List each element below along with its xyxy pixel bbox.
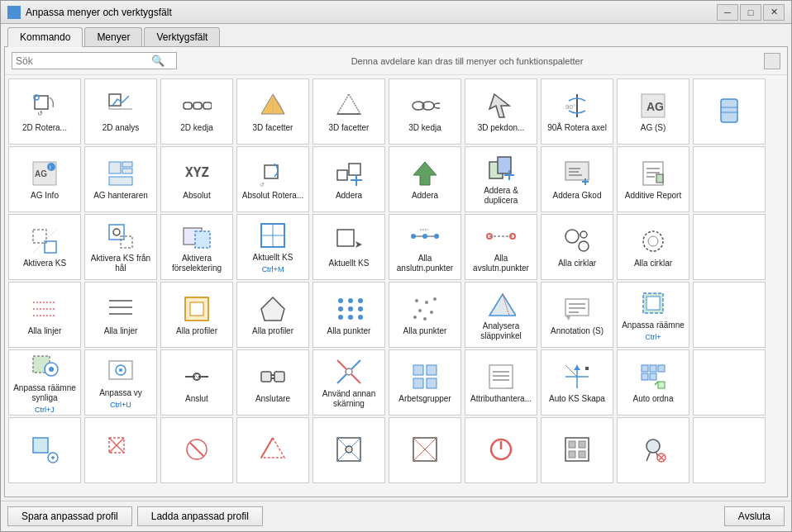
grid-item-37[interactable]: Annotation (S) <box>541 282 613 348</box>
grid-item-1[interactable]: 2D analys <box>84 78 157 145</box>
grid-item-34[interactable]: Alla punkter <box>313 282 385 348</box>
search-icon[interactable]: 🔍 <box>151 55 165 67</box>
svg-point-98 <box>348 298 353 303</box>
grid-item-10[interactable]: AGiAG Info <box>8 146 81 212</box>
grid-item-45[interactable]: Arbetsgrupper <box>389 349 461 416</box>
grid-item-54[interactable] <box>313 417 385 483</box>
svg-point-124 <box>49 367 54 372</box>
tab-menyer[interactable]: Menyer <box>84 27 142 46</box>
search-input[interactable] <box>16 55 148 67</box>
grid-item-44[interactable]: Använd annan skärning <box>313 349 385 416</box>
grid-item-5[interactable]: 3D kedja <box>389 78 461 145</box>
grid-item-35[interactable]: Alla punkter <box>389 282 461 348</box>
grid-item-51[interactable] <box>84 417 157 483</box>
search-wrap: 🔍 <box>12 52 177 69</box>
item-icon-14 <box>334 159 364 188</box>
grid-item-47[interactable]: Auto KS Skapa <box>541 349 613 416</box>
grid-item-2[interactable]: 2D kedja <box>160 78 233 145</box>
grid-item-52[interactable] <box>160 417 233 483</box>
item-icon-2 <box>182 91 212 121</box>
item-icon-43 <box>258 362 288 392</box>
grid-item-12[interactable]: XYZAbsolut <box>160 146 233 212</box>
close-dialog-button[interactable]: Avsluta <box>724 506 785 526</box>
grid-item-58[interactable] <box>617 417 689 483</box>
svg-point-184 <box>646 439 660 453</box>
item-label-26: Alla avslutn.punkter <box>469 254 533 273</box>
grid-item-32[interactable]: Alla profiler <box>160 282 233 348</box>
grid-item-8[interactable]: AGAG (S) <box>617 78 689 145</box>
grid-item-4[interactable]: 3D facetter <box>313 78 385 145</box>
grid-item-21[interactable]: Aktivera KS från hål <box>84 214 157 280</box>
grid-item-56[interactable] <box>465 417 537 483</box>
svg-point-76 <box>411 234 416 239</box>
grid-item-43[interactable]: Anslutare <box>236 349 309 416</box>
item-icon-26 <box>486 221 516 251</box>
grid-item-28[interactable]: Alla cirklar <box>617 214 689 280</box>
tab-verktygsfalt[interactable]: Verktygsfält <box>144 27 220 46</box>
drag-handle[interactable] <box>764 53 780 69</box>
grid-item-22[interactable]: Aktivera förselektering <box>160 214 233 280</box>
grid-item-20[interactable]: Aktivera KS <box>8 214 81 280</box>
tab-kommando[interactable]: Kommando <box>7 27 83 47</box>
grid-item-7[interactable]: 90°90Å Rotera axel <box>541 78 613 145</box>
grid-item-41[interactable]: Anpassa vyCtrl+U <box>84 349 157 416</box>
grid-item-42[interactable]: Anslut <box>160 349 233 416</box>
grid-item-26[interactable]: Alla avslutn.punkter <box>465 214 537 280</box>
grid-item-14[interactable]: Addera <box>313 146 385 212</box>
grid-item-6[interactable]: 3D pekdon... <box>465 78 537 145</box>
grid-item-40[interactable]: Anpassa räämne synligaCtrl+J <box>8 349 81 416</box>
item-icon-18 <box>638 159 668 188</box>
grid-item-31[interactable]: Alla linjer <box>84 282 157 348</box>
item-label-24: Aktuellt KS <box>329 259 370 268</box>
grid-item-11[interactable]: AG hanteraren <box>84 146 157 212</box>
svg-marker-119 <box>565 316 570 321</box>
maximize-button[interactable]: □ <box>740 4 761 21</box>
item-label-36: Analysera släppvinkel <box>469 321 533 341</box>
svg-marker-23 <box>489 94 509 117</box>
minimize-button[interactable]: ─ <box>717 4 738 21</box>
grid-item-0[interactable]: ↺2D Rotera... <box>8 78 81 145</box>
item-icon-29 <box>714 231 744 261</box>
grid-item-9[interactable] <box>693 78 766 145</box>
svg-rect-69 <box>195 231 210 248</box>
grid-item-16[interactable]: Addera & duplicera <box>465 146 537 212</box>
item-icon-8: AG <box>638 91 668 121</box>
grid-item-27[interactable]: Alla cirklar <box>541 214 613 280</box>
save-profile-button[interactable]: Spara anpassad profil <box>7 506 132 526</box>
grid-item-39[interactable] <box>693 282 766 348</box>
grid-item-57[interactable] <box>541 417 613 483</box>
grid-item-38[interactable]: Anpassa räämneCtrl+ <box>617 282 689 348</box>
grid-item-29[interactable] <box>693 214 766 280</box>
grid-item-18[interactable]: Additive Report <box>617 146 689 212</box>
grid-item-55[interactable] <box>389 417 461 483</box>
grid-item-3[interactable]: 3D facetter <box>236 78 309 145</box>
item-icon-45 <box>410 362 440 392</box>
item-icon-7: 90° <box>562 91 592 121</box>
grid-item-59[interactable] <box>693 417 766 483</box>
grid-item-25[interactable]: Alla anslutn.punkter <box>389 214 461 280</box>
svg-rect-28 <box>721 99 737 122</box>
grid-item-53[interactable] <box>236 417 309 483</box>
svg-point-84 <box>579 241 589 251</box>
item-icon-15 <box>410 159 440 188</box>
grid-item-33[interactable]: Alla profiler <box>236 282 309 348</box>
grid-item-15[interactable]: Addera <box>389 146 461 212</box>
grid-item-13[interactable]: ↺Absolut Rotera... <box>236 146 309 212</box>
grid-item-48[interactable]: Auto ordna <box>617 349 689 416</box>
load-profile-button[interactable]: Ladda anpassad profil <box>137 506 263 526</box>
svg-rect-10 <box>184 102 192 109</box>
svg-point-173 <box>346 446 352 453</box>
item-icon-1 <box>106 91 136 121</box>
item-icon-32 <box>182 294 212 324</box>
item-label-45: Arbetsgrupper <box>398 394 451 404</box>
grid-item-30[interactable]: Alla linjer <box>8 282 81 348</box>
grid-item-24[interactable]: Aktuellt KS <box>313 214 385 280</box>
grid-item-23[interactable]: Aktuellt KSCtrl+M <box>236 214 309 280</box>
grid-item-49[interactable] <box>693 349 766 416</box>
grid-item-19[interactable] <box>693 146 766 212</box>
grid-item-50[interactable] <box>8 417 81 483</box>
close-button[interactable]: ✕ <box>763 4 785 21</box>
grid-item-46[interactable]: ...Attributhantera... <box>465 349 537 416</box>
grid-item-17[interactable]: Addera Gkod <box>541 146 613 212</box>
grid-item-36[interactable]: Analysera släppvinkel <box>465 282 537 348</box>
